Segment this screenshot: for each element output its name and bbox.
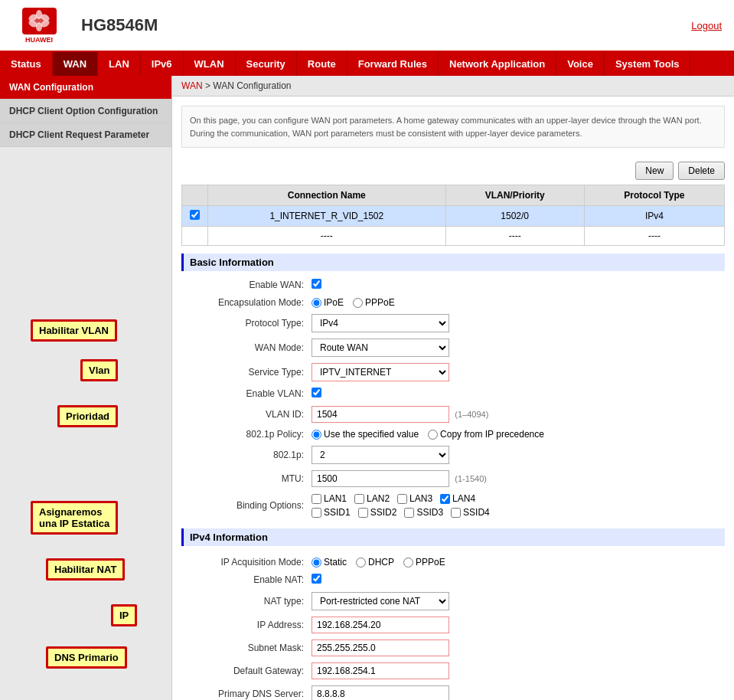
binding-ssid4-checkbox[interactable] [451,508,461,518]
binding-ssid3-checkbox[interactable] [404,508,414,518]
enable-nat-row: Enable NAT: [181,571,725,589]
nav-wan[interactable]: WAN [53,52,98,76]
enable-nat-checkbox[interactable] [312,574,321,584]
policy-copy-option[interactable]: Copy from IP precedence [428,429,544,440]
binding-ssid2-checkbox[interactable] [358,508,368,518]
ip-address-row: IP Address: [181,613,725,636]
mtu-hint: (1-1540) [455,474,487,483]
ip-acq-static-option[interactable]: Static [312,557,347,568]
primary-dns-label: Primary DNS Server: [181,689,312,699]
binding-lan1-option[interactable]: LAN1 [312,493,347,504]
sidebar-item-dhcp-param[interactable]: DHCP Client Request Parameter [0,123,171,147]
logout-button[interactable]: Logout [691,20,722,31]
table-header-checkbox [182,185,208,206]
sidebar-item-wan-config[interactable]: WAN Configuration [0,76,171,100]
binding-lan2-option[interactable]: LAN2 [354,493,390,504]
breadcrumb: WAN > WAN Configuration [172,76,734,96]
new-button[interactable]: New [635,162,674,180]
vlan-id-row: VLAN ID: (1–4094) [181,403,725,426]
binding-ssid2-option[interactable]: SSID2 [358,507,397,518]
ip-acq-dhcp-radio[interactable] [356,558,366,568]
binding-lan-group: LAN1 LAN2 LAN3 LAN4 [312,493,725,504]
svg-point-2 [36,22,42,31]
annotation-habilitar-vlan: Habilitar VLAN [31,319,117,342]
8021p-label: 802.1p: [181,450,312,460]
row-checkbox-cell[interactable] [182,206,208,227]
ipv4-section-title: IPv4 Information [181,528,725,546]
binding-ssid1-checkbox[interactable] [312,508,321,518]
enable-wan-row: Enable WAN: [181,276,725,294]
8021p-select[interactable]: 0 1 2 3 [312,446,449,464]
encap-ipoe-radio[interactable] [312,298,321,308]
nat-type-select[interactable]: Port-restricted cone NAT Full cone NAT S… [312,592,449,610]
ip-acq-pppoe-option[interactable]: PPPoE [403,557,445,568]
8021p-row: 802.1p: 0 1 2 3 [181,443,725,467]
nav-status[interactable]: Status [0,52,53,76]
enable-vlan-checkbox[interactable] [312,388,321,397]
mtu-row: MTU: (1-1540) [181,467,725,490]
encap-ipoe-option[interactable]: IPoE [312,297,344,308]
logo-text: HUAWEI [25,36,53,44]
table-row[interactable]: 1_INTERNET_R_VID_1502 1502/0 IPv4 [182,206,725,227]
binding-lan3-checkbox[interactable] [397,494,407,504]
nav-network-app[interactable]: Network Application [439,52,556,76]
default-gw-control [312,662,725,679]
8021p-control: 0 1 2 3 [312,446,725,464]
nav-route[interactable]: Route [297,52,347,76]
policy-specified-option[interactable]: Use the specified value [312,429,419,440]
mtu-label: MTU: [181,473,312,484]
table-row[interactable]: ---- ---- ---- [182,227,725,246]
delete-button[interactable]: Delete [678,162,725,180]
protocol-type-control: IPv4 IPv6 IPv4/IPv6 [312,314,725,332]
binding-ssid3-option[interactable]: SSID3 [404,507,443,518]
ip-address-input[interactable] [312,617,449,633]
enable-wan-control [312,279,725,291]
default-gw-row: Default Gateway: [181,659,725,682]
primary-dns-input[interactable] [312,685,449,700]
sidebar-item-dhcp-option[interactable]: DHCP Client Option Configuration [0,100,171,123]
binding-lan4-option[interactable]: LAN4 [440,493,475,504]
nav-voice[interactable]: Voice [556,52,605,76]
binding-ssid-group: SSID1 SSID2 SSID3 SSID4 [312,507,725,518]
binding-ssid1-option[interactable]: SSID1 [312,507,351,518]
wan-mode-label: WAN Mode: [181,342,312,353]
encap-pppoe-option[interactable]: PPPoE [353,297,395,308]
ip-acq-static-radio[interactable] [312,558,321,568]
nav-security[interactable]: Security [236,52,297,76]
wan-mode-select[interactable]: Route WAN Bridge WAN [312,339,449,357]
logo: HUAWEI [12,6,66,44]
nav-system-tools[interactable]: System Tools [605,52,691,76]
service-type-select[interactable]: IPTV_INTERNET INTERNET TR069 OTHER [312,363,449,381]
subnet-mask-row: Subnet Mask: [181,636,725,659]
nat-type-control: Port-restricted cone NAT Full cone NAT S… [312,592,725,610]
binding-lan1-checkbox[interactable] [312,494,321,504]
row-connection-name: 1_INTERNET_R_VID_1502 [208,206,446,227]
nav-ipv6[interactable]: IPv6 [141,52,184,76]
vlan-id-input[interactable] [312,406,449,423]
binding-lan2-checkbox[interactable] [354,494,364,504]
policy-specified-radio[interactable] [312,430,321,440]
policy-copy-radio[interactable] [428,430,438,440]
breadcrumb-parent[interactable]: WAN [181,80,203,91]
row-vlan: 1502/0 [445,206,584,227]
nav-wlan[interactable]: WLAN [184,52,236,76]
default-gw-input[interactable] [312,662,449,679]
annotation-habilitar-nat: Habilitar NAT [46,558,125,581]
annotation-asignar-ip: Asignaremos una IP Estatica [31,501,118,535]
nav-forward-rules[interactable]: Forward Rules [347,52,439,76]
wan-mode-row: WAN Mode: Route WAN Bridge WAN [181,335,725,360]
encap-pppoe-radio[interactable] [353,298,363,308]
protocol-type-select[interactable]: IPv4 IPv6 IPv4/IPv6 [312,314,449,332]
enable-wan-checkbox[interactable] [312,279,321,289]
binding-ssid4-option[interactable]: SSID4 [451,507,490,518]
row-checkbox[interactable] [190,210,200,220]
binding-lan4-checkbox[interactable] [440,494,450,504]
ip-acq-pppoe-radio[interactable] [403,558,413,568]
binding-lan3-option[interactable]: LAN3 [397,493,432,504]
encap-ipoe-label: IPoE [324,297,344,308]
device-name: HG8546M [81,15,691,35]
nav-lan[interactable]: LAN [98,52,141,76]
subnet-mask-input[interactable] [312,639,449,656]
mtu-input[interactable] [312,470,449,487]
ip-acq-dhcp-option[interactable]: DHCP [356,557,394,568]
